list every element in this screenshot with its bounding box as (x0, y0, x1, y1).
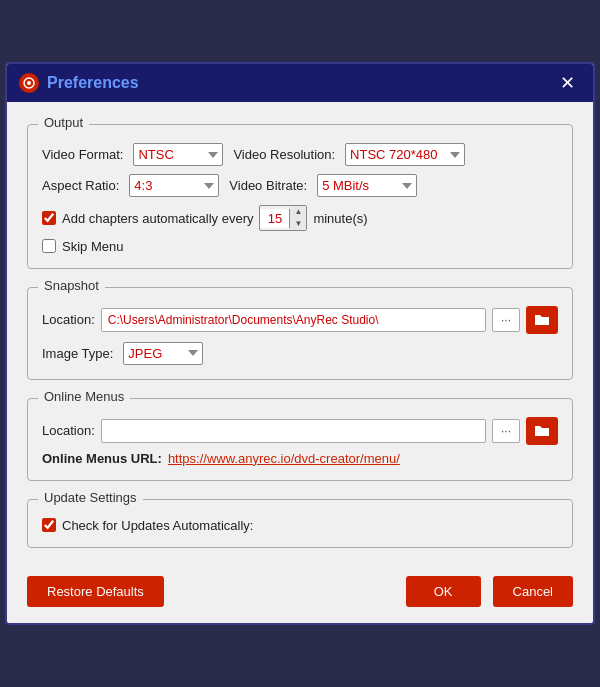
url-link[interactable]: https://www.anyrec.io/dvd-creator/menu/ (168, 451, 400, 466)
snapshot-section: Snapshot Location: ··· Image Type: JPEG … (27, 287, 573, 380)
dialog-content: Output Video Format: NTSC PAL Video Reso… (7, 102, 593, 563)
video-resolution-select[interactable]: NTSC 720*480 NTSC 720*576 (345, 143, 465, 166)
svg-point-1 (27, 81, 31, 85)
aspect-ratio-row: Aspect Ratio: 4:3 16:9 Video Bitrate: 5 … (42, 174, 558, 197)
snapshot-section-label: Snapshot (38, 278, 105, 293)
online-menus-location-label: Location: (42, 423, 95, 438)
video-bitrate-label: Video Bitrate: (229, 178, 307, 193)
online-menus-section-label: Online Menus (38, 389, 130, 404)
video-format-label: Video Format: (42, 147, 123, 162)
skip-menu-row: Skip Menu (42, 239, 558, 254)
chapters-value-input[interactable] (260, 209, 290, 228)
check-updates-checkbox[interactable] (42, 518, 56, 532)
video-resolution-label: Video Resolution: (233, 147, 335, 162)
url-row: Online Menus URL: https://www.anyrec.io/… (42, 451, 558, 466)
video-format-select[interactable]: NTSC PAL (133, 143, 223, 166)
snapshot-dots-button[interactable]: ··· (492, 308, 520, 332)
dialog-title: Preferences (47, 74, 139, 92)
title-bar: Preferences ✕ (7, 64, 593, 102)
snapshot-location-label: Location: (42, 312, 95, 327)
chapters-unit-label: minute(s) (313, 211, 367, 226)
image-type-label: Image Type: (42, 346, 113, 361)
check-updates-label[interactable]: Check for Updates Automatically: (62, 518, 253, 533)
preferences-dialog: Preferences ✕ Output Video Format: NTSC … (5, 62, 595, 624)
output-section: Output Video Format: NTSC PAL Video Reso… (27, 124, 573, 268)
app-icon (19, 73, 39, 93)
aspect-ratio-label: Aspect Ratio: (42, 178, 119, 193)
title-bar-left: Preferences (19, 73, 139, 93)
aspect-ratio-select[interactable]: 4:3 16:9 (129, 174, 219, 197)
update-settings-section: Update Settings Check for Updates Automa… (27, 499, 573, 548)
video-bitrate-select[interactable]: 5 MBit/s 8 MBit/s 10 MBit/s (317, 174, 417, 197)
footer-right-buttons: OK Cancel (406, 576, 573, 607)
folder-icon (534, 313, 550, 327)
restore-defaults-button[interactable]: Restore Defaults (27, 576, 164, 607)
online-menus-folder-button[interactable] (526, 417, 558, 445)
image-type-select[interactable]: JPEG PNG BMP (123, 342, 203, 365)
online-menus-dots-button[interactable]: ··· (492, 419, 520, 443)
image-type-row: Image Type: JPEG PNG BMP (42, 342, 558, 365)
spinner-up-button[interactable]: ▲ (290, 206, 306, 218)
add-chapters-row: Add chapters automatically every ▲ ▼ min… (42, 205, 558, 230)
video-format-row: Video Format: NTSC PAL Video Resolution:… (42, 143, 558, 166)
snapshot-location-input[interactable] (101, 308, 486, 332)
snapshot-folder-button[interactable] (526, 306, 558, 334)
url-label: Online Menus URL: (42, 451, 162, 466)
output-section-label: Output (38, 115, 89, 130)
snapshot-location-row: Location: ··· (42, 306, 558, 334)
close-button[interactable]: ✕ (554, 72, 581, 94)
ok-button[interactable]: OK (406, 576, 481, 607)
dialog-footer: Restore Defaults OK Cancel (7, 564, 593, 623)
skip-menu-label[interactable]: Skip Menu (62, 239, 123, 254)
check-updates-row: Check for Updates Automatically: (42, 518, 558, 533)
chapters-spinner: ▲ ▼ (259, 205, 307, 230)
update-settings-section-label: Update Settings (38, 490, 143, 505)
folder-icon-2 (534, 424, 550, 438)
spinner-buttons: ▲ ▼ (290, 206, 306, 229)
add-chapters-label[interactable]: Add chapters automatically every (62, 211, 253, 226)
cancel-button[interactable]: Cancel (493, 576, 573, 607)
online-menus-location-input[interactable] (101, 419, 486, 443)
skip-menu-checkbox[interactable] (42, 239, 56, 253)
online-menus-location-row: Location: ··· (42, 417, 558, 445)
online-menus-section: Online Menus Location: ··· Online Menus … (27, 398, 573, 481)
spinner-down-button[interactable]: ▼ (290, 218, 306, 230)
add-chapters-checkbox[interactable] (42, 211, 56, 225)
